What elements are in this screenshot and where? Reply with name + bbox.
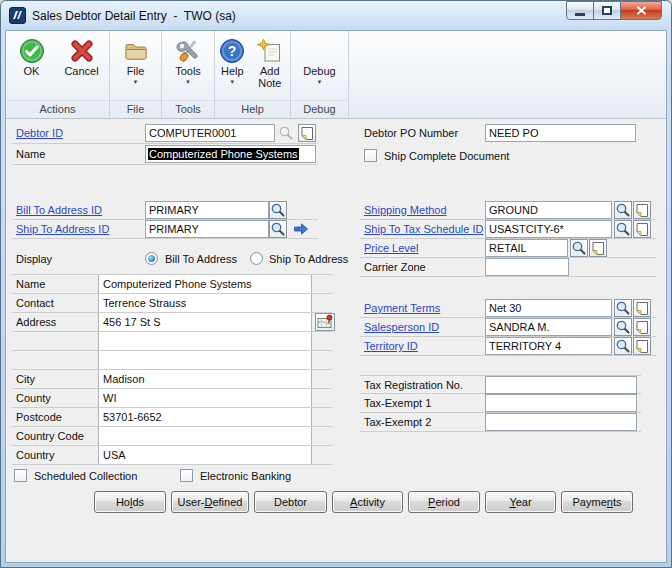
user-defined-button[interactable]: User-Defined bbox=[171, 491, 249, 513]
bill-to-address-label[interactable]: Bill To Address ID bbox=[16, 204, 102, 216]
tax-registration-label: Tax Registration No. bbox=[364, 379, 463, 391]
debtor-id-row: Debtor ID bbox=[12, 124, 318, 144]
address-row-country: Country USA bbox=[12, 446, 332, 465]
radio-ship-to-address[interactable] bbox=[250, 252, 263, 265]
ship-complete-label[interactable]: Ship Complete Document bbox=[384, 150, 509, 162]
app-window: Sales Debtor Detail Entry - TWO (sa) bbox=[0, 0, 672, 568]
lookup-icon[interactable] bbox=[614, 201, 632, 219]
ship-to-address-label[interactable]: Ship To Address ID bbox=[16, 223, 109, 235]
note-icon[interactable] bbox=[633, 318, 651, 336]
year-button[interactable]: Year bbox=[485, 491, 556, 513]
lookup-icon[interactable] bbox=[614, 337, 632, 355]
salesperson-input[interactable] bbox=[485, 318, 612, 336]
tax-schedule-label[interactable]: Ship To Tax Schedule ID bbox=[364, 223, 483, 235]
debtor-id-label[interactable]: Debtor ID bbox=[16, 127, 63, 139]
ship-complete-checkbox[interactable] bbox=[364, 149, 377, 162]
address-row-address3 bbox=[12, 351, 332, 370]
address-row-address1: Address 456 17 St S bbox=[12, 313, 332, 332]
scheduled-collection-label[interactable]: Scheduled Collection bbox=[34, 470, 137, 482]
territory-input[interactable] bbox=[485, 337, 612, 355]
maximize-button[interactable] bbox=[593, 1, 621, 20]
note-icon[interactable] bbox=[633, 201, 651, 219]
name-value-selected: Computerized Phone Systems bbox=[148, 148, 299, 160]
shipping-method-row: Shipping Method bbox=[360, 201, 656, 220]
territory-label[interactable]: Territory ID bbox=[364, 340, 418, 352]
name-row: Name Computerized Phone Systems bbox=[12, 145, 318, 165]
note-icon[interactable] bbox=[633, 337, 651, 355]
payment-terms-input[interactable] bbox=[485, 299, 612, 317]
period-button[interactable]: Period bbox=[408, 491, 480, 513]
name-label: Name bbox=[16, 148, 45, 160]
note-icon[interactable] bbox=[633, 220, 651, 238]
tax-exempt-1-row: Tax-Exempt 1 bbox=[360, 394, 641, 413]
salesperson-label[interactable]: Salesperson ID bbox=[364, 321, 439, 333]
window-controls bbox=[566, 1, 662, 20]
name-input[interactable]: Computerized Phone Systems bbox=[145, 145, 316, 163]
territory-row: Territory ID bbox=[360, 337, 656, 356]
lookup-icon[interactable] bbox=[269, 220, 287, 238]
price-level-input[interactable] bbox=[485, 239, 568, 257]
holds-button[interactable]: Holds bbox=[94, 491, 166, 513]
shipping-method-label[interactable]: Shipping Method bbox=[364, 204, 447, 216]
minimize-button[interactable] bbox=[566, 1, 594, 20]
electronic-banking-checkbox[interactable] bbox=[180, 469, 193, 482]
tax-exempt-2-row: Tax-Exempt 2 bbox=[360, 413, 641, 432]
price-level-row: Price Level bbox=[360, 239, 656, 258]
debtor-po-row: Debtor PO Number bbox=[360, 124, 641, 144]
lookup-icon[interactable] bbox=[614, 220, 632, 238]
ship-to-address-row: Ship To Address ID bbox=[12, 220, 318, 239]
bottom-buttons-row: Holds User-Defined Debtor Activity Perio… bbox=[6, 491, 668, 515]
tax-exempt-2-label: Tax-Exempt 2 bbox=[364, 416, 431, 428]
lookup-icon[interactable] bbox=[614, 318, 632, 336]
form-content: Debtor ID Name bbox=[6, 31, 666, 562]
address-row-postcode: Postcode 53701-6652 bbox=[12, 408, 332, 427]
carrier-zone-input[interactable] bbox=[485, 258, 569, 276]
display-row: Display Bill To Address Ship To Address bbox=[12, 250, 318, 269]
bill-to-address-input[interactable] bbox=[145, 201, 269, 219]
payment-terms-label[interactable]: Payment Terms bbox=[364, 302, 440, 314]
address-row-name: Name Computerized Phone Systems bbox=[12, 275, 332, 294]
address-row-address2 bbox=[12, 332, 332, 351]
activity-button[interactable]: Activity bbox=[332, 491, 403, 513]
tax-exempt-2-input[interactable] bbox=[485, 413, 637, 431]
debtor-po-label: Debtor PO Number bbox=[364, 127, 458, 139]
shipping-method-input[interactable] bbox=[485, 201, 612, 219]
tax-registration-input[interactable] bbox=[485, 376, 637, 394]
radio-ship-to-address-label[interactable]: Ship To Address bbox=[269, 253, 348, 265]
ship-to-address-input[interactable] bbox=[145, 220, 269, 238]
dynamics-gp-logo-icon bbox=[9, 7, 26, 24]
ship-complete-row: Ship Complete Document bbox=[360, 148, 641, 165]
address-row-contact: Contact Terrence Strauss bbox=[12, 294, 332, 313]
radio-bill-to-address[interactable] bbox=[145, 252, 158, 265]
radio-bill-to-address-label[interactable]: Bill To Address bbox=[165, 253, 237, 265]
display-label: Display bbox=[16, 253, 52, 265]
address-row-city: City Madison bbox=[12, 370, 332, 389]
note-icon[interactable] bbox=[589, 239, 607, 257]
map-pin-icon[interactable] bbox=[315, 313, 335, 331]
payment-terms-row: Payment Terms bbox=[360, 299, 656, 318]
address-row-county: County WI bbox=[12, 389, 332, 408]
scheduled-collection-checkbox[interactable] bbox=[14, 469, 27, 482]
close-icon bbox=[636, 6, 647, 15]
note-icon[interactable] bbox=[298, 124, 316, 142]
address-display-table: Name Computerized Phone Systems Contact … bbox=[12, 274, 332, 465]
bill-to-address-row: Bill To Address ID bbox=[12, 201, 318, 220]
maximize-icon bbox=[602, 6, 612, 15]
close-button[interactable] bbox=[620, 1, 662, 20]
minimize-icon bbox=[575, 13, 585, 16]
lookup-icon[interactable] bbox=[570, 239, 588, 257]
tax-exempt-1-input[interactable] bbox=[485, 394, 637, 412]
debtor-id-input[interactable] bbox=[145, 124, 275, 142]
tax-schedule-input[interactable] bbox=[485, 220, 612, 238]
debtor-po-input[interactable] bbox=[485, 124, 636, 142]
payments-button[interactable]: Payments bbox=[561, 491, 633, 513]
lookup-icon[interactable] bbox=[614, 299, 632, 317]
expand-arrow-icon[interactable] bbox=[292, 221, 310, 237]
debtor-button[interactable]: Debtor bbox=[254, 491, 327, 513]
lookup-icon[interactable] bbox=[269, 201, 287, 219]
electronic-banking-label[interactable]: Electronic Banking bbox=[200, 470, 291, 482]
titlebar: Sales Debtor Detail Entry - TWO (sa) bbox=[1, 1, 671, 30]
note-icon[interactable] bbox=[633, 299, 651, 317]
price-level-label[interactable]: Price Level bbox=[364, 242, 418, 254]
tax-registration-row: Tax Registration No. bbox=[360, 375, 641, 394]
